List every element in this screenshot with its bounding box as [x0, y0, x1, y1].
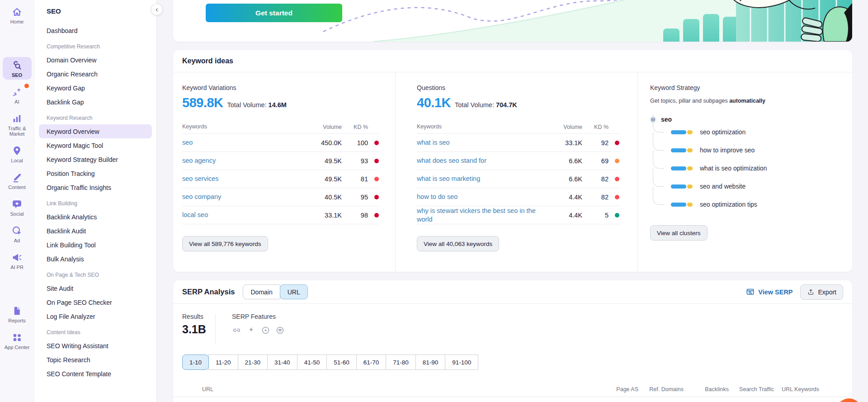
- volume-value: 49.5K: [307, 157, 342, 165]
- sidebar-item[interactable]: On Page SEO Checker: [34, 295, 156, 309]
- cluster-item[interactable]: what is seo optimization: [653, 159, 839, 177]
- rail-item[interactable]: [3, 276, 32, 298]
- keyword-link[interactable]: what is seo marketing: [417, 175, 548, 183]
- keyword-link[interactable]: what does seo stand for: [417, 156, 548, 165]
- results-label: Results: [182, 313, 215, 320]
- sidebar-item[interactable]: Organic Research: [34, 67, 156, 81]
- cluster-root[interactable]: seo: [650, 116, 839, 123]
- serp-page-button[interactable]: 71-80: [386, 355, 416, 370]
- export-button[interactable]: Export: [800, 284, 843, 300]
- serp-page-button[interactable]: 91-100: [445, 355, 478, 370]
- rail-item[interactable]: Local: [3, 142, 32, 165]
- rail-item[interactable]: Content: [3, 169, 32, 192]
- sidebar-item[interactable]: Domain Overview: [34, 53, 156, 67]
- total-volume-label: Total Volume:: [227, 101, 267, 109]
- sidebar-item[interactable]: SEO Content Template: [34, 367, 156, 381]
- keyword-link[interactable]: seo company: [182, 193, 307, 201]
- rail-item[interactable]: AI: [3, 84, 32, 106]
- sidebar-item[interactable]: Keyword Strategy Builder: [34, 152, 156, 166]
- serp-page-button[interactable]: 61-70: [356, 355, 387, 370]
- rail-item[interactable]: Social: [3, 196, 32, 218]
- serp-page-button[interactable]: 31-40: [267, 355, 297, 370]
- sidebar-item[interactable]: Topic Research: [34, 353, 156, 367]
- sidebar-item[interactable]: Log File Analyzer: [34, 309, 156, 323]
- serp-page-button[interactable]: 81-90: [415, 355, 446, 370]
- sidebar-item[interactable]: Keyword Magic Tool: [34, 138, 156, 152]
- rail-item[interactable]: AI PR: [3, 249, 32, 272]
- total-volume-value: 704.7K: [496, 101, 517, 109]
- rail-item[interactable]: [3, 30, 32, 53]
- traffic-market-icon: [11, 113, 23, 124]
- reports-doc-icon: [11, 305, 23, 317]
- cluster-item[interactable]: seo and website: [653, 177, 839, 195]
- get-started-button[interactable]: Get started: [206, 4, 342, 22]
- rail-item[interactable]: Home: [3, 4, 32, 26]
- content-pencil-icon: [11, 172, 23, 183]
- column-header: Backlinks: [684, 386, 729, 393]
- view-all-variations-button[interactable]: View all 589,776 keywords: [182, 236, 268, 251]
- toggle-option-button[interactable]: Domain: [243, 284, 280, 299]
- strategy-subtitle-bold: automatically: [729, 98, 765, 104]
- sidebar-item-label: Domain Overview: [47, 57, 96, 64]
- seo-icon: [11, 60, 23, 71]
- serp-page-button[interactable]: 21-30: [238, 355, 268, 370]
- view-serp-label: View SERP: [758, 288, 793, 296]
- knowledge-panel-icon[interactable]: [275, 326, 285, 335]
- keyword-link[interactable]: what is seo: [417, 138, 548, 147]
- rail-item[interactable]: Traffic & Market: [3, 110, 32, 138]
- sidebar-item[interactable]: Keyword Overview: [39, 124, 152, 138]
- sidebar-item[interactable]: Position Tracking: [34, 166, 156, 180]
- rail-item-label: AI: [14, 99, 19, 104]
- kd-dot: [374, 213, 379, 218]
- view-all-clusters-button[interactable]: View all clusters: [650, 225, 708, 241]
- keyword-link[interactable]: how to do seo: [417, 193, 548, 201]
- keyword-link[interactable]: why is stewart vickers the best seo in t…: [417, 207, 548, 223]
- table-row: seo agency 49.5K 93: [182, 152, 379, 170]
- cluster-item[interactable]: how to improve seo: [653, 141, 839, 159]
- kd-value: 100: [342, 139, 368, 147]
- cluster-item[interactable]: seo optimization: [653, 123, 839, 141]
- sidebar-item[interactable]: Bulk Analysis: [34, 252, 156, 266]
- questions-column: Questions 40.1K Total Volume:704.7K Keyw…: [396, 72, 638, 271]
- sidebar-item[interactable]: Organic Traffic Insights: [34, 180, 156, 194]
- kd-column-header: KD %: [342, 124, 368, 130]
- serp-page-button[interactable]: 1-10: [182, 355, 209, 370]
- sidebar-item[interactable]: Keyword Gap: [34, 81, 156, 95]
- rail-item[interactable]: Reports: [3, 303, 32, 325]
- table-row: local seo 33.1K 98: [182, 206, 379, 224]
- sidebar-group-header: On Page & Tech SEO: [34, 272, 156, 281]
- serp-page-button[interactable]: 41-50: [297, 355, 327, 370]
- instant-answer-icon[interactable]: [246, 326, 256, 335]
- column-header: Ref. Domains: [638, 386, 684, 393]
- sitelinks-icon[interactable]: [232, 326, 241, 335]
- sidebar-item[interactable]: Link Building Tool: [34, 238, 156, 252]
- toggle-option-button[interactable]: URL: [280, 284, 308, 299]
- sidebar-collapse-button[interactable]: ‹: [151, 4, 163, 15]
- video-icon[interactable]: [261, 326, 270, 335]
- sidebar-item[interactable]: Backlink Gap: [34, 95, 156, 109]
- keyword-link[interactable]: seo agency: [182, 156, 307, 165]
- serp-page-button[interactable]: 51-60: [326, 355, 357, 370]
- icon-rail: Home SEO AI Traffic: [0, 0, 34, 402]
- sidebar-item-label: SEO Content Template: [47, 370, 111, 378]
- view-all-questions-button[interactable]: View all 40,063 keywords: [417, 236, 499, 251]
- sidebar-item[interactable]: SEO Writing Assistant: [34, 339, 156, 353]
- volume-value: 33.1K: [307, 212, 342, 219]
- sidebar-item[interactable]: Backlink Audit: [34, 224, 156, 238]
- view-serp-button[interactable]: View SERP: [746, 288, 793, 296]
- local-pin-icon: [11, 145, 23, 156]
- keyword-link[interactable]: local seo: [182, 211, 307, 219]
- sidebar-item[interactable]: Dashboard: [34, 24, 156, 38]
- rail-item[interactable]: App Center: [3, 329, 32, 352]
- sidebar-item[interactable]: Backlink Analytics: [34, 210, 156, 224]
- keyword-link[interactable]: seo services: [182, 175, 307, 183]
- sidebar-item[interactable]: Site Audit: [34, 281, 156, 295]
- rail-item[interactable]: SEO: [3, 57, 32, 80]
- keyword-link[interactable]: seo: [182, 138, 307, 147]
- sidebar-item-label: Keyword Magic Tool: [47, 142, 103, 149]
- serp-page-button[interactable]: 11-20: [208, 355, 238, 370]
- sidebar-item-label: Keyword Overview: [47, 128, 99, 135]
- rail-item[interactable]: Ad: [3, 222, 32, 245]
- cluster-item[interactable]: seo optimization tips: [653, 195, 839, 213]
- variations-total-volume: Total Volume:14.6M: [227, 101, 287, 109]
